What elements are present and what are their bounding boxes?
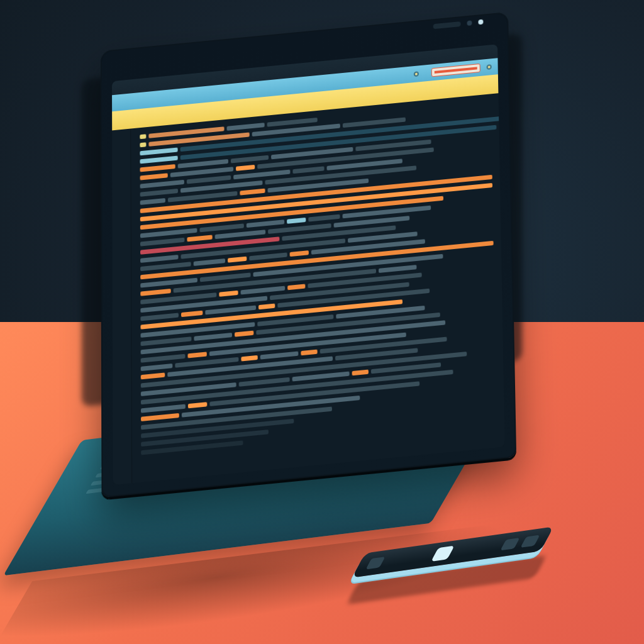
gutter-sidebar [112,129,132,486]
options-dot-icon[interactable] [487,64,492,70]
sensor-pill [433,21,461,29]
remote-button[interactable] [500,538,519,550]
code-editor[interactable] [131,93,504,483]
remote-button[interactable] [520,535,540,548]
status-dot-icon [414,71,419,77]
remote-button[interactable] [365,557,385,569]
sensor-dot [467,20,472,26]
editor-screen [112,44,505,485]
monitor-bezel [101,12,516,498]
search-input[interactable] [431,64,480,77]
remote-home-button[interactable] [431,546,455,562]
sensor-strip [433,19,484,30]
monitor [101,12,516,498]
camera-dot-icon [478,19,483,25]
